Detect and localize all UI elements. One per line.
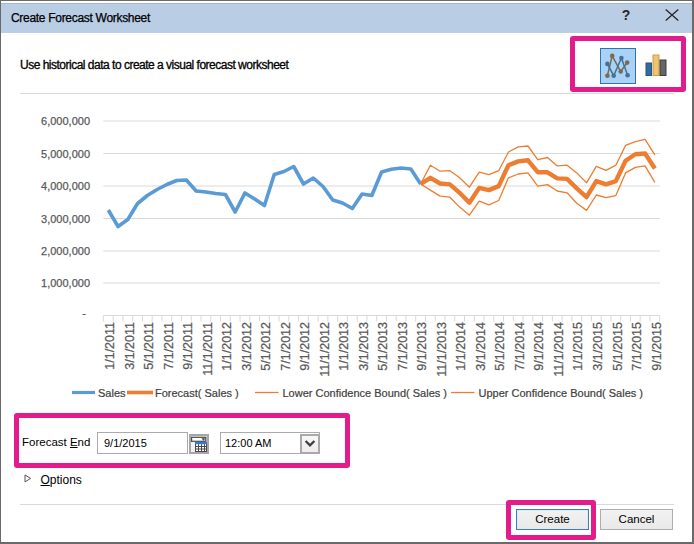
- svg-text:11/1/2014: 11/1/2014: [552, 322, 566, 377]
- svg-text:1/1/2014: 1/1/2014: [454, 322, 468, 371]
- svg-text:11/1/2013: 11/1/2013: [435, 322, 449, 377]
- svg-text:1,000,000: 1,000,000: [41, 277, 90, 289]
- svg-text:1/1/2011: 1/1/2011: [103, 322, 117, 370]
- svg-text:5/1/2014: 5/1/2014: [493, 322, 507, 371]
- svg-text:5/1/2013: 5/1/2013: [376, 322, 390, 371]
- svg-text:3/1/2014: 3/1/2014: [474, 322, 488, 371]
- svg-text:11/1/2011: 11/1/2011: [201, 322, 215, 376]
- svg-text:3/1/2015: 3/1/2015: [591, 322, 605, 371]
- svg-text:7/1/2014: 7/1/2014: [513, 322, 527, 371]
- svg-text:Upper Confidence Bound( Sales: Upper Confidence Bound( Sales ): [479, 387, 643, 399]
- svg-text:Lower Confidence Bound( Sales: Lower Confidence Bound( Sales ): [283, 387, 447, 399]
- svg-text:9/1/2013: 9/1/2013: [415, 322, 429, 371]
- svg-text:4,000,000: 4,000,000: [41, 180, 90, 192]
- svg-text:Forecast( Sales ): Forecast( Sales ): [155, 387, 239, 399]
- svg-text:6,000,000: 6,000,000: [41, 115, 90, 127]
- svg-text:5/1/2015: 5/1/2015: [611, 322, 625, 371]
- svg-text:9/1/2011: 9/1/2011: [181, 322, 195, 370]
- svg-text:3/1/2013: 3/1/2013: [357, 322, 371, 371]
- svg-text:5,000,000: 5,000,000: [41, 148, 90, 160]
- svg-text:5/1/2011: 5/1/2011: [142, 322, 156, 370]
- svg-text:7/1/2012: 7/1/2012: [279, 322, 293, 371]
- svg-text:1/1/2013: 1/1/2013: [337, 322, 351, 371]
- svg-text:3,000,000: 3,000,000: [41, 213, 90, 225]
- svg-text:7/1/2011: 7/1/2011: [162, 322, 176, 370]
- svg-text:5/1/2012: 5/1/2012: [259, 322, 273, 371]
- svg-text:9/1/2012: 9/1/2012: [298, 322, 312, 371]
- svg-text:7/1/2015: 7/1/2015: [630, 322, 644, 371]
- svg-text:3/1/2012: 3/1/2012: [240, 322, 254, 371]
- svg-text:9/1/2015: 9/1/2015: [650, 322, 664, 371]
- svg-text:Sales: Sales: [98, 387, 126, 399]
- svg-text:-: -: [82, 307, 86, 319]
- svg-text:1/1/2015: 1/1/2015: [571, 322, 585, 371]
- svg-text:11/1/2012: 11/1/2012: [318, 322, 332, 377]
- svg-text:3/1/2011: 3/1/2011: [123, 322, 137, 370]
- svg-text:7/1/2013: 7/1/2013: [396, 322, 410, 371]
- svg-text:1/1/2012: 1/1/2012: [220, 322, 234, 371]
- svg-text:2,000,000: 2,000,000: [41, 245, 90, 257]
- svg-text:9/1/2014: 9/1/2014: [532, 322, 546, 371]
